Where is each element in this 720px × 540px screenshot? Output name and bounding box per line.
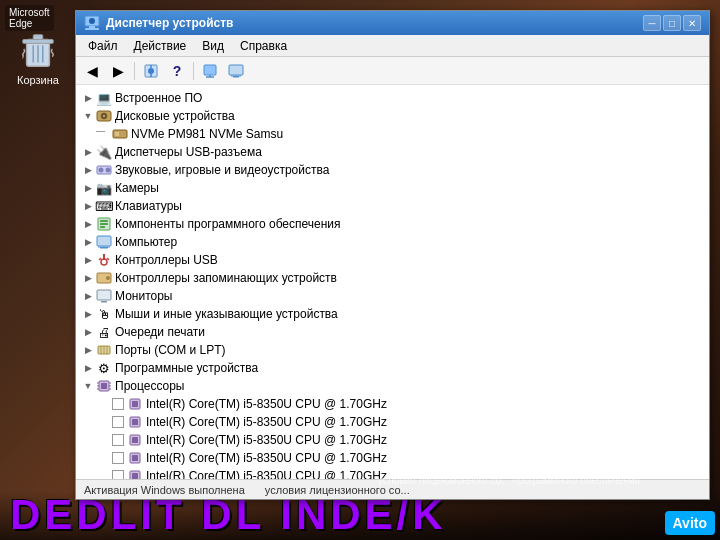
minimize-button[interactable]: ─ [643,15,661,31]
tree-item-software-dev[interactable]: ▶ ⚙ Программные устройства [76,359,709,377]
toggle-monitors[interactable]: ▶ [80,288,96,304]
scan-icon [202,63,218,79]
monitor-button[interactable] [224,60,248,82]
title-bar-controls: ─ □ ✕ [643,15,701,31]
toggle-mice[interactable]: ▶ [80,306,96,322]
toggle-built-in[interactable]: ▶ [80,90,96,106]
license-text: условия лицензионного со... программного… [378,475,640,486]
menu-file[interactable]: Файл [80,37,126,55]
maximize-button[interactable]: □ [663,15,681,31]
label-sound: Звуковые, игровые и видеоустройства [115,163,705,177]
tree-item-built-in[interactable]: ▶ 💻 Встроенное ПО [76,89,709,107]
cpu-checkbox-2 [112,416,124,428]
tree-item-processors[interactable]: ▼ Процессоры [76,377,709,395]
avito-label: Avito [673,515,707,531]
menu-action[interactable]: Действие [126,37,195,55]
close-button[interactable]: ✕ [683,15,701,31]
svg-rect-8 [85,28,99,30]
toggle-processors[interactable]: ▼ [80,378,96,394]
toggle-disk[interactable]: ▼ [80,108,96,124]
tree-item-nvme[interactable]: — NVMe PM981 NVMe Samsu [76,125,709,143]
svg-rect-30 [100,220,108,222]
back-button[interactable]: ◀ [80,60,104,82]
svg-rect-2 [23,40,53,44]
svg-point-27 [106,168,111,173]
icon-usb-controllers [96,252,112,268]
svg-rect-32 [100,226,105,228]
tree-item-ports[interactable]: ▶ Порты (COM и LPT) [76,341,709,359]
toggle-usb-ctrl[interactable]: ▶ [80,144,96,160]
tree-item-keyboards[interactable]: ▶ ⌨ Клавиатуры [76,197,709,215]
toggle-nvme: — [96,126,112,142]
toggle-storage[interactable]: ▶ [80,270,96,286]
svg-point-10 [89,18,95,24]
tree-item-print-queue[interactable]: ▶ 🖨 Очереди печати [76,323,709,341]
toolbar-sep-1 [134,62,135,80]
svg-point-28 [99,168,104,173]
recycle-bin[interactable]: Корзина [8,30,68,86]
toggle-computer[interactable]: ▶ [80,234,96,250]
content-area: ▶ 💻 Встроенное ПО ▼ Дисковые устройства [76,85,709,479]
label-usb-controllers: Контроллеры USB [115,253,705,267]
toggle-print[interactable]: ▶ [80,324,96,340]
scan-button[interactable] [198,60,222,82]
toggle-sw-comp[interactable]: ▶ [80,216,96,232]
tree-item-cpu3[interactable]: Intel(R) Core(TM) i5-8350U CPU @ 1.70GHz [76,431,709,449]
icon-sw-comp [96,216,112,232]
label-processors: Процессоры [115,379,705,393]
svg-point-40 [106,276,110,280]
label-cpu2: Intel(R) Core(TM) i5-8350U CPU @ 1.70GHz [146,415,705,429]
icon-cpu4 [127,450,143,466]
tree-item-monitors[interactable]: ▶ Мониторы [76,287,709,305]
tree-item-usb-controllers[interactable]: ▶ Контроллеры USB [76,251,709,269]
svg-rect-62 [132,455,138,461]
svg-rect-41 [97,290,111,300]
svg-point-23 [103,115,105,117]
menu-help[interactable]: Справка [232,37,295,55]
device-tree[interactable]: ▶ 💻 Встроенное ПО ▼ Дисковые устройства [76,85,709,479]
toggle-sw-dev[interactable]: ▶ [80,360,96,376]
toggle-cameras[interactable]: ▶ [80,180,96,196]
label-usb-ctrl: Диспетчеры USB-разъема [115,145,705,159]
label-disk: Дисковые устройства [115,109,705,123]
title-bar: Диспетчер устройств ─ □ ✕ [76,11,709,35]
svg-line-38 [107,258,109,260]
svg-line-37 [99,258,101,260]
tree-item-cpu1[interactable]: Intel(R) Core(TM) i5-8350U CPU @ 1.70GHz [76,395,709,413]
label-keyboards: Клавиатуры [115,199,705,213]
activation-notice: Активация Windows выполнена условия лице… [378,460,640,488]
title-bar-left: Диспетчер устройств [84,15,233,31]
help-button[interactable]: ? [165,60,189,82]
tree-item-disk-devices[interactable]: ▼ Дисковые устройства [76,107,709,125]
label-sw-dev: Программные устройства [115,361,705,375]
tree-item-cpu2[interactable]: Intel(R) Core(TM) i5-8350U CPU @ 1.70GHz [76,413,709,431]
label-nvme: NVMe PM981 NVMe Samsu [131,127,705,141]
tree-item-usb-ctrl[interactable]: ▶ 🔌 Диспетчеры USB-разъема [76,143,709,161]
toolbar: ◀ ▶ ? [76,57,709,85]
tree-item-mice[interactable]: ▶ 🖱 Мыши и иные указывающие устройства [76,305,709,323]
tree-item-storage-ctrl[interactable]: ▶ Контроллеры запоминающих устройств [76,269,709,287]
avito-badge: Avito [665,511,715,535]
svg-rect-48 [101,383,107,389]
window-title: Диспетчер устройств [106,16,233,30]
forward-button[interactable]: ▶ [106,60,130,82]
properties-button[interactable] [139,60,163,82]
tree-item-computer[interactable]: ▶ Компьютер [76,233,709,251]
tree-item-software-comp[interactable]: ▶ Компоненты программного обеспечения [76,215,709,233]
toggle-usb-controllers[interactable]: ▶ [80,252,96,268]
icon-cpu3 [127,432,143,448]
icon-ports [96,342,112,358]
icon-keyboards: ⌨ [96,198,112,214]
icon-cpu5 [127,468,143,479]
toggle-ports[interactable]: ▶ [80,342,96,358]
label-mice: Мыши и иные указывающие устройства [115,307,705,321]
tree-item-cameras[interactable]: ▶ 📷 Камеры [76,179,709,197]
toggle-sound[interactable]: ▶ [80,162,96,178]
menu-bar: Файл Действие Вид Справка [76,35,709,57]
svg-rect-58 [132,419,138,425]
label-print: Очереди печати [115,325,705,339]
label-cameras: Камеры [115,181,705,195]
tree-item-sound[interactable]: ▶ Звуковые, игровые и видеоустройства [76,161,709,179]
menu-view[interactable]: Вид [194,37,232,55]
icon-usb-ctrl: 🔌 [96,144,112,160]
